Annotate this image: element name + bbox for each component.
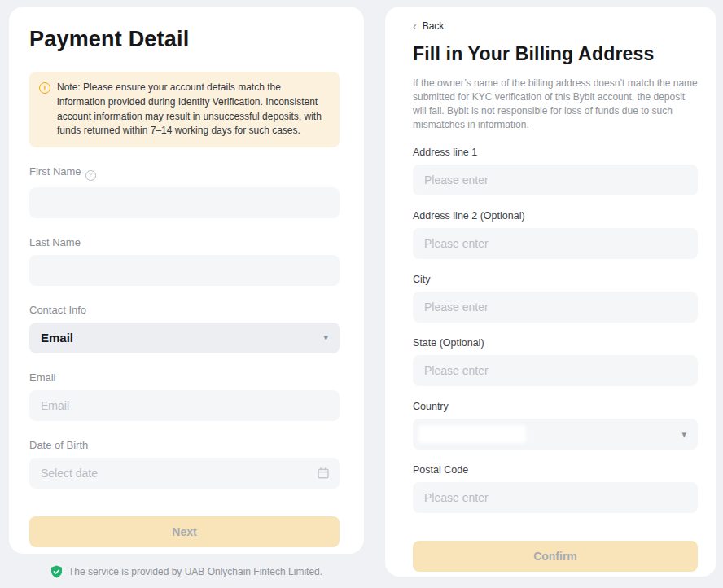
billing-address-panel: ‹ Back Fill in Your Billing Address If t… [385,7,716,577]
first-name-field: First Name? [29,165,340,218]
first-name-input[interactable] [29,187,340,218]
info-circle-icon: ! [39,82,50,94]
address-line-1-label: Address line 1 [413,147,698,158]
state-field: State (Optional) [413,337,698,386]
calendar-icon [317,467,330,480]
address-line-1-field: Address line 1 [413,147,698,195]
note-banner: ! Note: Please ensure your account detai… [29,72,340,147]
shield-check-icon [50,565,63,578]
next-button[interactable]: Next [29,516,340,547]
address-line-1-input[interactable] [413,165,698,195]
billing-address-description: If the owner’s name of the billing addre… [413,77,698,132]
city-label: City [413,274,698,285]
contact-info-selected-value: Email [41,331,73,344]
first-name-label: First Name? [29,165,340,181]
date-of-birth-field: Date of Birth [29,439,340,489]
page-title: Payment Detail [29,27,340,52]
confirm-button[interactable]: Confirm [413,541,698,572]
service-provider-footer: The service is provided by UAB Onlychain… [9,565,364,578]
note-text: Note: Please ensure your account details… [57,81,328,138]
city-field: City [413,274,698,323]
chevron-down-icon: ▾ [681,430,686,439]
contact-info-select[interactable]: Email ▾ [29,323,340,353]
redacted-country-value [418,425,526,443]
address-line-2-field: Address line 2 (Optional) [413,210,698,259]
state-input[interactable] [413,355,698,386]
date-of-birth-label: Date of Birth [29,439,340,451]
email-input[interactable] [29,390,340,421]
email-label: Email [29,371,340,384]
chevron-down-icon: ▾ [323,333,328,342]
footer-text: The service is provided by UAB Onlychain… [68,566,322,577]
back-chevron-icon: ‹ [413,20,417,32]
postal-code-field: Postal Code [413,464,698,513]
postal-code-input[interactable] [413,482,698,513]
country-label: Country [413,401,698,412]
question-circle-icon[interactable]: ? [85,170,96,181]
last-name-label: Last Name [29,236,340,248]
postal-code-label: Postal Code [413,464,698,476]
back-label: Back [423,20,445,32]
last-name-field: Last Name [29,236,340,286]
date-of-birth-input[interactable] [29,458,340,489]
address-line-2-label: Address line 2 (Optional) [413,210,698,222]
country-field: Country ▾ [413,401,698,450]
contact-info-field: Contact Info Email ▾ [29,304,340,353]
email-field: Email [29,371,340,421]
city-input[interactable] [413,292,698,323]
payment-detail-panel: Payment Detail ! Note: Please ensure you… [9,7,364,554]
billing-address-title: Fill in Your Billing Address [413,43,698,65]
state-label: State (Optional) [413,337,698,349]
contact-info-label: Contact Info [29,304,340,316]
back-button[interactable]: ‹ Back [413,20,444,32]
address-line-2-input[interactable] [413,228,698,259]
last-name-input[interactable] [29,255,340,286]
country-select[interactable]: ▾ [413,419,698,450]
